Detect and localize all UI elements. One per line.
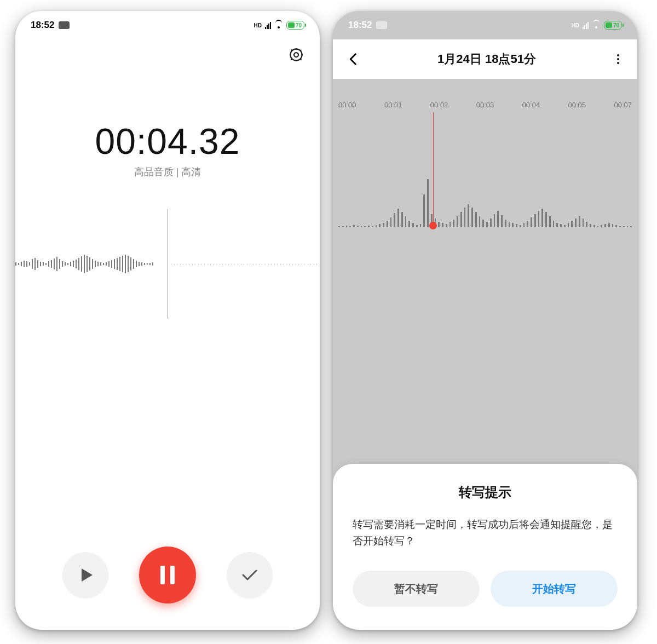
playhead-dot[interactable] xyxy=(429,222,437,229)
battery-icon: 70 xyxy=(286,21,304,30)
timeline-tick: 00:07 xyxy=(614,101,632,109)
play-icon xyxy=(82,568,93,582)
hd-icon: HD xyxy=(571,22,579,28)
gear-icon xyxy=(288,47,304,63)
battery-icon: 70 xyxy=(604,21,622,30)
status-time: 18:52 xyxy=(31,20,54,31)
recording-indicator-icon xyxy=(59,21,70,29)
waveform-area xyxy=(15,209,320,319)
more-button[interactable] xyxy=(612,53,624,65)
svg-point-1 xyxy=(290,49,302,60)
dialog-heading: 转写提示 xyxy=(353,484,618,501)
phone-playback: 18:52 HD 70 1月24日 18点51分 00:0000:0100:02… xyxy=(333,11,637,630)
top-bar xyxy=(15,39,320,70)
timeline-tick: 00:03 xyxy=(476,101,494,109)
status-bar: 18:52 HD 70 xyxy=(15,11,320,39)
recording-title: 1月24日 18点51分 xyxy=(437,51,536,67)
timeline-tick: 00:04 xyxy=(522,101,540,109)
cancel-transcribe-button[interactable]: 暂不转写 xyxy=(353,571,480,607)
signal-icon xyxy=(583,21,589,29)
phone-recorder: 18:52 HD 70 00:04.32 高品音质 | 高清 xyxy=(15,11,320,630)
hd-icon: HD xyxy=(253,22,261,28)
dialog-body: 转写需要消耗一定时间，转写成功后将会通知提醒您，是否开始转写？ xyxy=(353,516,618,549)
pause-button[interactable] xyxy=(139,547,196,603)
timeline-tick: 00:02 xyxy=(430,101,448,109)
quality-label: 高品音质 | 高清 xyxy=(15,165,320,179)
timeline-ruler: 00:0000:0100:0200:0300:0400:0500:07 xyxy=(333,101,637,109)
start-transcribe-button[interactable]: 开始转写 xyxy=(491,571,618,607)
svg-point-0 xyxy=(294,53,298,57)
playback-waveform-bars xyxy=(338,151,632,227)
recorder-controls xyxy=(15,547,320,603)
back-button[interactable] xyxy=(346,51,361,67)
title-bar: 1月24日 18点51分 xyxy=(333,39,637,79)
dialog-actions: 暂不转写 开始转写 xyxy=(353,571,618,607)
timer-display: 00:04.32 高品音质 | 高清 xyxy=(15,120,320,179)
waveform-future-dots xyxy=(168,264,320,265)
playhead-line xyxy=(433,112,434,227)
stop-button[interactable] xyxy=(227,552,273,598)
more-dot-icon xyxy=(617,62,619,64)
recording-indicator-icon xyxy=(376,21,387,29)
flag-button[interactable] xyxy=(62,552,108,598)
settings-button[interactable] xyxy=(288,47,304,63)
check-icon xyxy=(241,568,258,582)
status-bar: 18:52 HD 70 xyxy=(333,11,637,39)
status-time: 18:52 xyxy=(348,20,372,31)
wifi-icon xyxy=(592,22,601,28)
chevron-left-icon xyxy=(346,51,361,67)
wifi-icon xyxy=(274,22,283,28)
timer-value: 00:04.32 xyxy=(15,120,320,162)
more-dot-icon xyxy=(617,54,619,56)
timeline-tick: 00:00 xyxy=(338,101,356,109)
timeline-tick: 00:05 xyxy=(568,101,586,109)
transcribe-dialog: 转写提示 转写需要消耗一定时间，转写成功后将会通知提醒您，是否开始转写？ 暂不转… xyxy=(333,464,637,630)
signal-icon xyxy=(265,21,271,29)
pause-icon xyxy=(160,566,175,584)
more-dot-icon xyxy=(617,58,619,60)
playback-waveform-area[interactable] xyxy=(333,118,637,260)
timeline-tick: 00:01 xyxy=(384,101,402,109)
